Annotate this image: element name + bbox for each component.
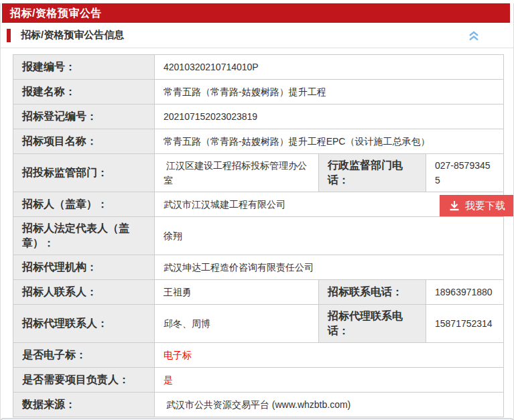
- field-value: 42010320210714010P: [155, 55, 504, 80]
- field-label: 招标代理联系电话：: [319, 305, 426, 343]
- field-value: 是: [155, 368, 504, 393]
- field-label: 招标联系电话：: [319, 280, 426, 305]
- field-value: 常青五路（常青路-姑嫂树路）提升工程: [155, 80, 504, 104]
- table-row: 招标人联系人：王祖勇招标联系电话：18963971880: [13, 280, 504, 305]
- field-label: 报建编号：: [13, 55, 155, 80]
- table-row: 招标项目名称：常青五路（常青路-姑嫂树路）提升工程EPC（设计施工总承包）: [13, 129, 504, 154]
- page-title: 招标/资格预审公告: [10, 7, 102, 19]
- field-label: 招标人法定代表人（盖章）：: [13, 217, 155, 255]
- section-header: 招标/资格预审公告信息: [1, 23, 513, 48]
- table-row: 招标人（盖章）：武汉市江汉城建工程有限公司: [13, 192, 504, 217]
- field-value: 027-85793455: [426, 154, 504, 192]
- field-label: 行政监督部门电话：: [319, 154, 426, 192]
- field-label: 招标人（盖章）：: [13, 192, 155, 217]
- field-label: 招投标监管部门：: [13, 154, 155, 192]
- download-button[interactable]: 我要下载: [440, 195, 513, 216]
- table-row: 招标代理联系人：邱冬、周博招标代理联系电话：15871752314: [13, 305, 504, 343]
- field-value: 王祖勇: [155, 280, 319, 305]
- chevron-double-up-icon[interactable]: [468, 30, 480, 42]
- field-label: 招标代理联系人：: [13, 305, 155, 343]
- field-value: 徐翔: [155, 217, 504, 255]
- table-row: 招标登记编号：202107152023023819: [13, 104, 504, 129]
- table-row: 报建名称：常青五路（常青路-姑嫂树路）提升工程: [13, 80, 504, 104]
- field-label: 招标登记编号：: [13, 104, 155, 129]
- field-label: 是否电子标：: [13, 343, 155, 368]
- field-value: 江汉区建设工程招标投标管理办公室: [155, 154, 319, 192]
- field-label: 报建名称：: [13, 80, 155, 104]
- table-row: 招标人法定代表人（盖章）：徐翔: [13, 217, 504, 255]
- field-value: 邱冬、周博: [155, 305, 319, 343]
- section-title: 招标/资格预审公告信息: [21, 29, 124, 42]
- download-icon: [449, 200, 460, 211]
- table-row: 数据来源： 武汉市公共资源交易平台 (www.whzbtb.com): [13, 393, 504, 417]
- download-button-label: 我要下载: [465, 200, 505, 212]
- announcement-table: 报建编号：42010320210714010P报建名称：常青五路（常青路-姑嫂树…: [13, 54, 504, 417]
- field-label: 是否需要项目负责人：: [13, 368, 155, 393]
- field-label: 数据来源：: [13, 393, 155, 417]
- accent-bar: [7, 29, 11, 42]
- field-label: 招标代理机构：: [13, 255, 155, 280]
- field-value: 电子标: [155, 343, 504, 368]
- announcement-page: 招标/资格预审公告 招标/资格预审公告信息 报建编号：4201032021071…: [0, 3, 514, 420]
- field-value: 武汉市公共资源交易平台 (www.whzbtb.com): [155, 393, 504, 417]
- table-row: 报建编号：42010320210714010P: [13, 55, 504, 80]
- announcement-table-body: 报建编号：42010320210714010P报建名称：常青五路（常青路-姑嫂树…: [13, 55, 504, 417]
- field-label: 招标人联系人：: [13, 280, 155, 305]
- field-value: 15871752314: [426, 305, 504, 343]
- field-label: 招标项目名称：: [13, 129, 155, 154]
- table-row: 是否需要项目负责人：是: [13, 368, 504, 393]
- page-title-bar: 招标/资格预审公告: [2, 3, 510, 23]
- table-row: 是否电子标：电子标: [13, 343, 504, 368]
- field-value: 202107152023023819: [155, 104, 504, 129]
- table-row: 招标代理机构：武汉坤达工程造价咨询有限责任公司: [13, 255, 504, 280]
- field-value: 常青五路（常青路-姑嫂树路）提升工程EPC（设计施工总承包）: [155, 129, 504, 154]
- table-row: 招投标监管部门： 江汉区建设工程招标投标管理办公室行政监督部门电话：027-85…: [13, 154, 504, 192]
- field-value: 18963971880: [426, 280, 504, 305]
- field-value: 武汉坤达工程造价咨询有限责任公司: [155, 255, 504, 280]
